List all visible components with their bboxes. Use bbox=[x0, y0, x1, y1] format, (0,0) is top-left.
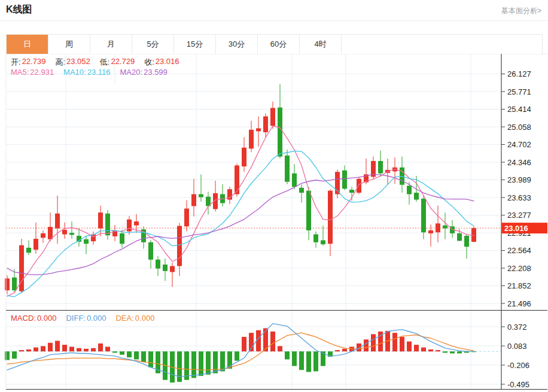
macd-bar bbox=[400, 337, 404, 351]
current-price-tag-label: 23.016 bbox=[504, 224, 528, 233]
candle-body bbox=[421, 199, 426, 232]
macd-axis-label: -0.206 bbox=[507, 361, 529, 370]
candle-body bbox=[191, 194, 196, 206]
candle-body bbox=[306, 191, 311, 230]
macd-bar bbox=[26, 350, 31, 351]
price-axis-label: 25.771 bbox=[507, 87, 531, 96]
candle-body bbox=[177, 226, 182, 266]
macd-bar bbox=[141, 351, 146, 362]
high-value: 23.052 bbox=[66, 57, 90, 68]
macd-bar bbox=[77, 348, 81, 352]
candle-body bbox=[457, 233, 462, 241]
macd-bar bbox=[457, 351, 462, 353]
candle-body bbox=[41, 233, 45, 238]
tab-60min[interactable]: 60分 bbox=[258, 35, 300, 54]
candle-body bbox=[62, 230, 67, 234]
macd-bar bbox=[19, 350, 24, 351]
macd-bar bbox=[191, 351, 196, 378]
candle-body bbox=[285, 156, 290, 182]
candle-body bbox=[235, 165, 239, 194]
open-label: 开: bbox=[11, 57, 21, 68]
macd-bar bbox=[220, 351, 225, 371]
candle-body bbox=[278, 108, 282, 157]
macd-axis-label: -0.495 bbox=[507, 380, 529, 389]
candle-body bbox=[156, 260, 160, 269]
candle-body bbox=[127, 220, 132, 232]
macd-bar bbox=[292, 351, 297, 366]
candle-body bbox=[313, 235, 318, 242]
macd-bar bbox=[112, 351, 117, 353]
macd-bar bbox=[34, 348, 38, 352]
macd-bar bbox=[120, 351, 124, 355]
ma-legend: MA5:22.931 MA10:23.116 MA20:23.599 bbox=[11, 68, 168, 77]
macd-bar bbox=[62, 345, 67, 351]
macd-bar bbox=[12, 351, 17, 358]
candle-body bbox=[242, 148, 246, 166]
macd-bar bbox=[428, 350, 433, 351]
macd-bar bbox=[199, 351, 203, 376]
macd-bar bbox=[371, 334, 376, 351]
candle-body bbox=[342, 171, 347, 189]
candle-body bbox=[55, 214, 60, 229]
ma20-label: MA20: bbox=[120, 68, 142, 77]
macd-bar bbox=[69, 347, 74, 351]
macd-bar bbox=[436, 350, 440, 351]
macd-bar bbox=[443, 351, 447, 353]
candle-body bbox=[134, 221, 139, 226]
candle-body bbox=[170, 266, 175, 272]
kline-page: K线图 基本面分析> 日周月5分15分30分60分4时 26.12725.771… bbox=[0, 0, 548, 392]
macd-bar bbox=[41, 346, 45, 351]
macd-value: 0.000 bbox=[37, 314, 57, 323]
macd-bar bbox=[5, 351, 10, 360]
price-axis-label: 22.564 bbox=[507, 246, 531, 255]
macd-bar bbox=[364, 339, 369, 351]
macd-bar bbox=[206, 351, 211, 375]
ma20-value: 23.599 bbox=[144, 68, 168, 77]
low-label: 低: bbox=[100, 57, 110, 68]
candle-body bbox=[436, 223, 440, 232]
diff-label: DIFF: bbox=[66, 314, 86, 323]
dea-label: DEA: bbox=[115, 314, 133, 323]
macd-bar bbox=[134, 351, 139, 359]
candle-body bbox=[349, 190, 354, 193]
candle-body bbox=[292, 174, 297, 187]
candle-body bbox=[249, 130, 254, 148]
diff-value: 0.000 bbox=[87, 314, 106, 323]
tab-day[interactable]: 日 bbox=[7, 35, 48, 54]
tab-4hour[interactable]: 4时 bbox=[300, 35, 342, 54]
candle-body bbox=[69, 233, 74, 235]
candle-body bbox=[270, 108, 275, 126]
tab-month[interactable]: 月 bbox=[90, 35, 132, 54]
tab-15min[interactable]: 15分 bbox=[174, 35, 216, 54]
candle-body bbox=[184, 208, 189, 226]
high-label: 高: bbox=[55, 57, 65, 68]
candle-body bbox=[12, 278, 17, 291]
tab-week[interactable]: 周 bbox=[48, 35, 90, 54]
macd-bar bbox=[414, 345, 419, 351]
price-axis-label: 25.414 bbox=[507, 105, 531, 114]
tab-30min[interactable]: 30分 bbox=[216, 35, 258, 54]
macd-bar bbox=[127, 351, 132, 357]
price-axis-label: 24.702 bbox=[507, 140, 531, 149]
tab-5min[interactable]: 5分 bbox=[132, 35, 174, 54]
price-axis-label: 22.208 bbox=[507, 264, 531, 273]
candle-body bbox=[148, 242, 153, 260]
candle-body bbox=[443, 226, 447, 229]
macd-bar bbox=[421, 348, 426, 352]
candle-body bbox=[299, 188, 304, 193]
candle-body bbox=[464, 236, 469, 247]
candle-body bbox=[256, 128, 261, 131]
candle-body bbox=[5, 278, 10, 290]
candle-body bbox=[163, 265, 168, 271]
price-axis-label: 21.496 bbox=[507, 299, 531, 308]
candle-body bbox=[414, 193, 419, 200]
macd-bar bbox=[392, 333, 397, 351]
price-axis-label: 26.127 bbox=[507, 69, 531, 78]
price-axis-label: 23.277 bbox=[507, 211, 531, 220]
close-value: 23.016 bbox=[156, 57, 179, 68]
ohlc-legend: 开:22.739 高:23.052 低:22.729 收:23.016 bbox=[11, 57, 179, 68]
candle-body bbox=[357, 179, 361, 193]
candle-body bbox=[328, 191, 333, 244]
price-axis-label: 24.346 bbox=[507, 158, 531, 167]
candle-body bbox=[105, 214, 110, 235]
